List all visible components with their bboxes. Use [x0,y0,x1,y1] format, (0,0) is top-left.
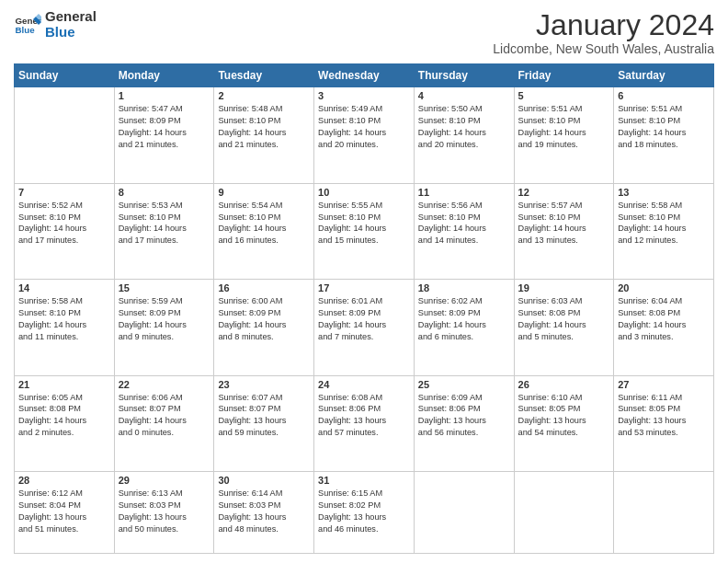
calendar-cell [15,87,115,183]
calendar-cell: 10Sunrise: 5:55 AMSunset: 8:10 PMDayligh… [314,183,415,279]
weekday-header-thursday: Thursday [414,64,514,87]
day-number: 25 [418,379,510,390]
calendar-cell: 3Sunrise: 5:49 AMSunset: 8:10 PMDaylight… [314,87,415,183]
day-number: 30 [218,475,310,486]
weekday-header-wednesday: Wednesday [314,64,415,87]
calendar-cell: 1Sunrise: 5:47 AMSunset: 8:09 PMDaylight… [114,87,214,183]
day-number: 28 [18,475,110,486]
day-number: 9 [218,187,310,198]
calendar-cell: 27Sunrise: 6:11 AMSunset: 8:05 PMDayligh… [614,375,714,471]
weekday-header-sunday: Sunday [15,64,115,87]
day-number: 4 [418,90,510,101]
logo: General Blue General Blue [14,9,97,40]
calendar-cell: 6Sunrise: 5:51 AMSunset: 8:10 PMDaylight… [614,87,714,183]
day-number: 11 [418,187,510,198]
calendar-cell: 15Sunrise: 5:59 AMSunset: 8:09 PMDayligh… [114,280,214,375]
day-number: 7 [18,187,110,198]
logo-blue: Blue [45,25,97,40]
cell-content: Sunrise: 6:14 AMSunset: 8:03 PMDaylight:… [218,488,310,535]
calendar-cell: 28Sunrise: 6:12 AMSunset: 8:04 PMDayligh… [15,471,115,553]
weekday-header-monday: Monday [114,64,214,87]
cell-content: Sunrise: 5:53 AMSunset: 8:10 PMDaylight:… [119,200,210,247]
weekday-header-friday: Friday [514,64,614,87]
calendar-cell: 7Sunrise: 5:52 AMSunset: 8:10 PMDaylight… [15,183,115,279]
calendar-cell [514,471,614,553]
month-title: January 2024 [493,9,714,41]
cell-content: Sunrise: 5:48 AMSunset: 8:10 PMDaylight:… [218,103,310,151]
calendar-cell: 21Sunrise: 6:05 AMSunset: 8:08 PMDayligh… [15,375,115,471]
cell-content: Sunrise: 5:52 AMSunset: 8:10 PMDaylight:… [18,200,110,247]
cell-content: Sunrise: 6:07 AMSunset: 8:07 PMDaylight:… [218,392,310,440]
weekday-header-saturday: Saturday [614,64,714,87]
calendar-cell [414,471,514,553]
calendar-cell: 25Sunrise: 6:09 AMSunset: 8:06 PMDayligh… [414,375,514,471]
calendar-header-row: SundayMondayTuesdayWednesdayThursdayFrid… [15,64,714,87]
cell-content: Sunrise: 5:49 AMSunset: 8:10 PMDaylight:… [318,103,410,151]
day-number: 29 [119,475,210,486]
calendar-cell: 30Sunrise: 6:14 AMSunset: 8:03 PMDayligh… [214,471,314,553]
calendar-cell: 20Sunrise: 6:04 AMSunset: 8:08 PMDayligh… [614,280,714,375]
day-number: 14 [18,282,110,293]
day-number: 23 [218,379,310,390]
cell-content: Sunrise: 6:15 AMSunset: 8:02 PMDaylight:… [318,488,410,535]
day-number: 10 [318,187,410,198]
weekday-header-tuesday: Tuesday [214,64,314,87]
cell-content: Sunrise: 6:02 AMSunset: 8:09 PMDaylight:… [418,295,510,343]
day-number: 27 [618,379,710,390]
day-number: 3 [318,90,410,101]
svg-text:Blue: Blue [16,25,36,35]
calendar-cell: 17Sunrise: 6:01 AMSunset: 8:09 PMDayligh… [314,280,415,375]
cell-content: Sunrise: 6:04 AMSunset: 8:08 PMDaylight:… [618,295,710,343]
location: Lidcombe, New South Wales, Australia [493,41,714,56]
cell-content: Sunrise: 6:01 AMSunset: 8:09 PMDaylight:… [318,295,410,343]
cell-content: Sunrise: 5:51 AMSunset: 8:10 PMDaylight:… [518,103,610,151]
cell-content: Sunrise: 5:59 AMSunset: 8:09 PMDaylight:… [119,295,210,343]
calendar-cell: 14Sunrise: 5:58 AMSunset: 8:10 PMDayligh… [15,280,115,375]
day-number: 13 [618,187,710,198]
cell-content: Sunrise: 5:56 AMSunset: 8:10 PMDaylight:… [418,200,510,247]
day-number: 8 [119,187,210,198]
day-number: 6 [618,90,710,101]
day-number: 20 [618,282,710,293]
day-number: 15 [119,282,210,293]
calendar-cell: 24Sunrise: 6:08 AMSunset: 8:06 PMDayligh… [314,375,415,471]
title-block: January 2024 Lidcombe, New South Wales, … [493,9,714,56]
cell-content: Sunrise: 6:13 AMSunset: 8:03 PMDaylight:… [119,488,210,535]
day-number: 12 [518,187,610,198]
cell-content: Sunrise: 5:47 AMSunset: 8:09 PMDaylight:… [119,103,210,151]
logo-icon: General Blue [14,11,41,39]
calendar-cell: 12Sunrise: 5:57 AMSunset: 8:10 PMDayligh… [514,183,614,279]
calendar-cell: 9Sunrise: 5:54 AMSunset: 8:10 PMDaylight… [214,183,314,279]
cell-content: Sunrise: 6:12 AMSunset: 8:04 PMDaylight:… [18,488,110,535]
day-number: 16 [218,282,310,293]
calendar-cell: 23Sunrise: 6:07 AMSunset: 8:07 PMDayligh… [214,375,314,471]
page: General Blue General Blue January 2024 L… [0,0,728,563]
day-number: 17 [318,282,410,293]
calendar-cell: 13Sunrise: 5:58 AMSunset: 8:10 PMDayligh… [614,183,714,279]
calendar-table: SundayMondayTuesdayWednesdayThursdayFrid… [14,63,714,554]
cell-content: Sunrise: 6:10 AMSunset: 8:05 PMDaylight:… [518,392,610,440]
calendar-cell: 26Sunrise: 6:10 AMSunset: 8:05 PMDayligh… [514,375,614,471]
calendar-cell: 4Sunrise: 5:50 AMSunset: 8:10 PMDaylight… [414,87,514,183]
day-number: 21 [18,379,110,390]
cell-content: Sunrise: 5:55 AMSunset: 8:10 PMDaylight:… [318,200,410,247]
cell-content: Sunrise: 6:03 AMSunset: 8:08 PMDaylight:… [518,295,610,343]
cell-content: Sunrise: 6:05 AMSunset: 8:08 PMDaylight:… [18,392,110,440]
logo-general: General [45,9,97,25]
calendar-week-2: 7Sunrise: 5:52 AMSunset: 8:10 PMDaylight… [15,183,714,279]
calendar-cell: 22Sunrise: 6:06 AMSunset: 8:07 PMDayligh… [114,375,214,471]
cell-content: Sunrise: 6:09 AMSunset: 8:06 PMDaylight:… [418,392,510,440]
day-number: 31 [318,475,410,486]
cell-content: Sunrise: 6:11 AMSunset: 8:05 PMDaylight:… [618,392,710,440]
cell-content: Sunrise: 5:54 AMSunset: 8:10 PMDaylight:… [218,200,310,247]
calendar-cell: 31Sunrise: 6:15 AMSunset: 8:02 PMDayligh… [314,471,415,553]
calendar-cell [614,471,714,553]
calendar-week-1: 1Sunrise: 5:47 AMSunset: 8:09 PMDaylight… [15,87,714,183]
day-number: 5 [518,90,610,101]
day-number: 18 [418,282,510,293]
calendar-cell: 8Sunrise: 5:53 AMSunset: 8:10 PMDaylight… [114,183,214,279]
cell-content: Sunrise: 6:00 AMSunset: 8:09 PMDaylight:… [218,295,310,343]
calendar-cell: 18Sunrise: 6:02 AMSunset: 8:09 PMDayligh… [414,280,514,375]
cell-content: Sunrise: 6:08 AMSunset: 8:06 PMDaylight:… [318,392,410,440]
day-number: 19 [518,282,610,293]
